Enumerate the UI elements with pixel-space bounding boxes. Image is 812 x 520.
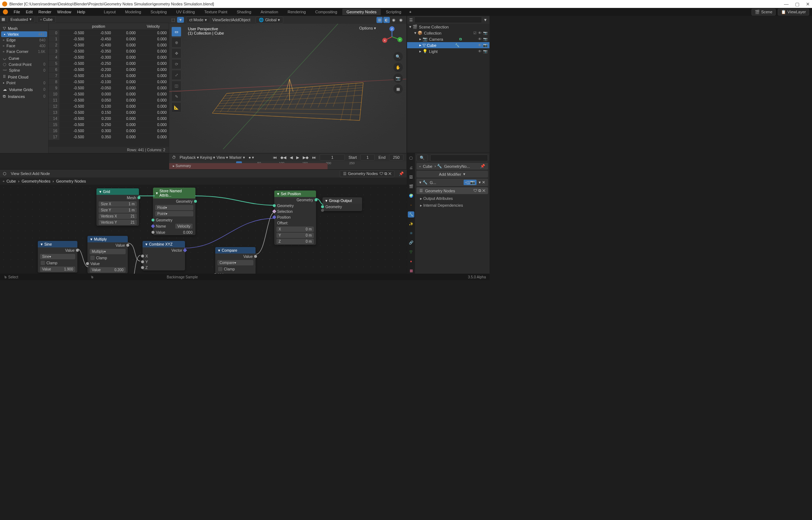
outliner-cube[interactable]: ▸ ▽ Cube🔧👁📷 (407, 42, 490, 48)
domain-point[interactable]: •Point0 (0, 80, 48, 86)
domain-vertex[interactable]: ▪Vertex441 (1, 31, 47, 37)
prop-tab-scene[interactable]: 🎬 (408, 183, 414, 190)
timeline-menu-view[interactable]: View ▾ (217, 155, 229, 160)
transform-tool[interactable]: ◫ (171, 81, 181, 91)
node-grid[interactable]: ▾ Grid Mesh Size X1 m Size Y1 m Vertices… (96, 188, 139, 226)
shading-buttons[interactable]: ⊞ ◐ ◉ ◉ (376, 17, 404, 23)
breadcrumb-item[interactable]: GeometryNodes (22, 179, 50, 183)
table-row[interactable]: 1-0.500-0.4500.0000.000 (49, 36, 169, 42)
outliner-light[interactable]: ▸ 💡 Light👁📷 (407, 48, 490, 54)
viewport-options[interactable]: Options ▾ (359, 26, 376, 31)
table-row[interactable]: 10-0.5000.0000.0000.000 (49, 91, 169, 97)
cat-mesh[interactable]: ▽ Mesh (0, 24, 48, 31)
menu-help[interactable]: Help (74, 9, 88, 15)
cat-pointcloud[interactable]: ⠿ Point Cloud (0, 73, 48, 80)
timeline-menu-keying[interactable]: Keying ▾ (200, 155, 216, 160)
domain-face-corner[interactable]: ▫Face Corner1.6K (0, 49, 48, 54)
prop-tab-material[interactable]: ● (408, 258, 414, 264)
pan-button[interactable]: ✋ (393, 63, 403, 72)
tab-add-button[interactable]: + (406, 9, 414, 15)
node-sine[interactable]: ▾ Sine Value Sine ▾ Clamp Value1.900 (38, 241, 77, 273)
timeline-menu-playback[interactable]: Playback ▾ (180, 155, 199, 160)
select-tool[interactable]: ▭ (171, 27, 181, 37)
mode-dropdown[interactable]: ct Mode ▾ (186, 17, 210, 23)
workspace-tab-modeling[interactable]: Modeling (121, 9, 146, 15)
table-row[interactable]: 15-0.5000.2500.0000.000 (49, 122, 169, 128)
output-attributes[interactable]: ▸ Output Attributes (416, 195, 488, 202)
table-row[interactable]: 14-0.5000.2000.0000.000 (49, 116, 169, 122)
col-velocity[interactable]: Velocity (138, 23, 169, 30)
move-tool[interactable]: ✥ (171, 48, 181, 58)
prev-keyframe[interactable]: ◆◀ (280, 155, 286, 160)
eval-mode-dropdown[interactable]: Evaluated ▾ (7, 16, 35, 23)
menu-edit[interactable]: Edit (23, 9, 36, 15)
node-menu-view[interactable]: View (11, 171, 19, 176)
scene-collection[interactable]: ▾ 🎬 Scene Collection (407, 24, 490, 30)
outliner-filter-icon[interactable]: ▼ (483, 18, 487, 22)
domain-edge[interactable]: ▫Edge840 (0, 37, 48, 43)
workspace-tab-geometry-nodes[interactable]: Geometry Nodes (342, 9, 381, 15)
nodegroup-name[interactable]: ☰ Geometry Nodes 🛡 ⧉ ✕ (340, 170, 394, 177)
table-row[interactable]: 16-0.5000.3000.0000.000 (49, 128, 169, 134)
prop-tab-constraints[interactable]: 🔗 (408, 239, 414, 246)
node-menu-select[interactable]: Select (21, 171, 32, 176)
table-row[interactable]: 0-0.500-0.5000.0000.000 (49, 30, 169, 36)
table-row[interactable]: 8-0.500-0.1000.0000.000 (49, 79, 169, 85)
domain-face[interactable]: ▫Face400 (0, 43, 48, 49)
end-frame[interactable]: 250 (389, 154, 403, 161)
table-row[interactable]: 3-0.500-0.3500.0000.000 (49, 48, 169, 54)
workspace-tab-scripting[interactable]: Scripting (382, 9, 406, 15)
table-row[interactable]: 13-0.5000.1500.0000.000 (49, 109, 169, 116)
annotate-tool[interactable]: ✎ (171, 91, 181, 102)
jump-start[interactable]: ⏮ (273, 155, 277, 160)
autokey-toggle[interactable]: ● ▾ (249, 155, 254, 160)
orientation-dropdown[interactable]: 🌐 Global ▾ (256, 17, 284, 23)
prop-tab-world[interactable]: 🌍 (408, 193, 414, 199)
timeline-track[interactable]: 150100150200250 1 ▸ Summary (169, 161, 406, 170)
ortho-button[interactable]: ▦ (393, 84, 403, 94)
add-modifier-dropdown[interactable]: Add Modifier ▾ (416, 171, 488, 178)
play-reverse[interactable]: ◀ (290, 155, 293, 160)
prop-tab-texture[interactable]: ▦ (408, 267, 414, 274)
internal-dependencies[interactable]: ▸ Internal Dependencies (416, 202, 488, 209)
node-editor[interactable]: ⬡ View Select Add Node ☰ Geometry Nodes … (0, 169, 407, 274)
maximize-button[interactable]: ▢ (795, 1, 799, 7)
timeline-editor-icon[interactable]: ⏱ (172, 155, 176, 160)
table-row[interactable]: 6-0.500-0.2000.0000.000 (49, 67, 169, 73)
prop-tab-physics[interactable]: ⚛ (408, 230, 414, 236)
3d-viewport[interactable]: ⬚ ▼ ct Mode ▾ ViewSelectAddObject 🌐 Glob… (169, 16, 407, 153)
prop-tab-output[interactable]: 🖨 (408, 165, 414, 171)
minimize-button[interactable]: — (784, 1, 789, 7)
menu-file[interactable]: File (11, 9, 23, 15)
cat-volume[interactable]: ☁ Volume Grids0 (0, 86, 48, 93)
rotate-tool[interactable]: ⟳ (171, 59, 181, 69)
measure-tool[interactable]: 📐 (171, 102, 181, 112)
domain-control-point[interactable]: ◌Control Point0 (0, 61, 48, 67)
object-pill[interactable]: ▫ Cube (37, 16, 56, 23)
prop-tab-object[interactable]: ▫ (408, 202, 414, 209)
table-row[interactable]: 7-0.500-0.1500.0000.000 (49, 73, 169, 79)
prop-tab-particles[interactable]: ✨ (408, 220, 414, 227)
table-row[interactable]: 5-0.500-0.2500.0000.000 (49, 60, 169, 67)
node-group-output[interactable]: ▾ Group Output Geometry (322, 197, 362, 211)
pin-icon[interactable]: 📌 (399, 171, 404, 176)
domain-spline[interactable]: 〰Spline0 (0, 67, 48, 73)
workspace-tab-layout[interactable]: Layout (100, 9, 120, 15)
axis-gizmo[interactable]: Z Y X (381, 26, 403, 48)
viewport-menu-select[interactable]: Select (221, 18, 232, 22)
workspace-tab-uv-editing[interactable]: UV Editing (172, 9, 199, 15)
viewport-menu-view[interactable]: View (212, 18, 221, 22)
summary-track[interactable]: ▸ Summary (169, 163, 328, 170)
outliner-search[interactable] (414, 17, 482, 23)
node-menu-add[interactable]: Add (32, 171, 40, 176)
table-row[interactable]: 9-0.500-0.0500.0000.000 (49, 85, 169, 91)
menu-window[interactable]: Window (54, 9, 74, 15)
modifier-header[interactable]: ▾ 🔧 G...▫◫📷 ▾ ✕ (416, 179, 488, 186)
cat-curve[interactable]: ◡ Curve (0, 54, 48, 61)
node-menu-node[interactable]: Node (40, 171, 50, 176)
table-row[interactable]: 17-0.5000.3500.0000.000 (49, 134, 169, 140)
props-search[interactable] (430, 154, 488, 161)
camera-button[interactable]: 📷 (393, 73, 403, 83)
breadcrumb-item[interactable]: Cube (6, 179, 16, 183)
workspace-tab-sculpting[interactable]: Sculpting (146, 9, 171, 15)
